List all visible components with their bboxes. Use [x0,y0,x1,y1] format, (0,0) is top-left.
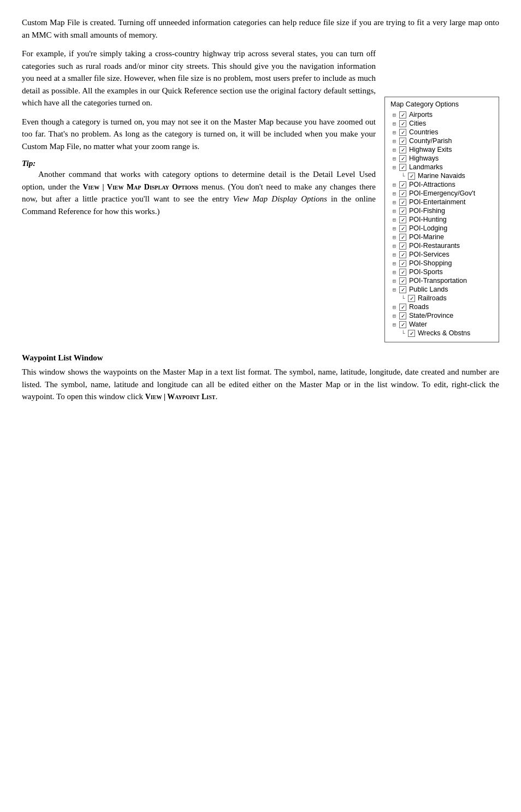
expand-icon: ⊞ [390,191,398,197]
category-checkbox[interactable] [408,173,415,180]
expand-icon: ⊞ [390,208,398,214]
category-checkbox[interactable] [399,216,406,223]
expand-icon: ⊞ [390,287,398,293]
category-checkbox[interactable] [399,260,406,267]
category-label: POI-Sports [409,268,443,276]
category-checkbox[interactable] [399,277,406,285]
category-item: ⊞County/Parish [390,137,493,145]
expand-icon: ⊞ [390,112,398,118]
category-list: ⊞Airports⊞Cities⊞Countries⊞County/Parish… [390,110,493,337]
category-checkbox[interactable] [399,120,406,127]
category-checkbox[interactable] [399,286,406,293]
paragraph-1: Custom Map File is created. Turning off … [22,16,499,41]
category-checkbox[interactable] [399,312,406,319]
category-checkbox[interactable] [399,190,406,197]
waypoint-bold: View | Waypoint List [145,393,216,401]
expand-icon: ⊞ [390,243,398,249]
category-item: ⊞POI-Shopping [390,259,493,268]
category-item: ⊞POI-Services [390,250,493,259]
expand-icon: ⊞ [390,121,398,127]
category-label: POI-Services [409,251,449,258]
category-item: ⊞Airports [390,110,493,119]
category-item: ⊞POI-Emergency/Gov't [390,189,493,198]
map-category-panel: Map Category Options ⊞Airports⊞Cities⊞Co… [384,97,499,342]
waypoint-section: Waypoint List Window This window shows t… [22,349,499,408]
category-item: ⊞POI-Hunting [390,215,493,224]
category-checkbox[interactable] [399,111,406,118]
tree-line-icon: └ [399,173,407,179]
category-item: ⊞Public Lands [390,285,493,294]
category-label: POI-Hunting [409,216,447,223]
tip-bold: View | View Map Display Options [83,183,199,191]
category-label: POI-Restaurants [409,242,460,250]
expand-icon: ⊞ [390,129,398,135]
category-label: County/Parish [409,137,452,145]
expand-icon: ⊞ [390,147,398,153]
expand-icon: ⊞ [390,269,398,275]
category-label: POI-Shopping [409,259,452,267]
category-checkbox[interactable] [399,208,406,215]
category-checkbox[interactable] [399,146,406,153]
category-checkbox[interactable] [399,155,406,162]
category-item: ⊞Water [390,320,493,329]
category-item: ⊞POI-Transportation [390,276,493,285]
expand-icon: ⊞ [390,182,398,188]
category-label: Countries [409,128,439,136]
category-checkbox[interactable] [408,330,415,337]
expand-icon: ⊞ [390,199,398,205]
category-item: ⊞POI-Restaurants [390,241,493,250]
category-checkbox[interactable] [399,164,406,171]
category-label: POI-Lodging [409,224,447,232]
category-item: ⊞POI-Fishing [390,206,493,215]
category-checkbox[interactable] [399,225,406,232]
category-checkbox[interactable] [399,138,406,145]
expand-icon: ⊞ [390,304,398,310]
expand-icon: ⊞ [390,234,398,240]
expand-icon: ⊞ [390,156,398,162]
category-label: Marine Navaids [418,172,465,180]
category-label: Landmarks [409,163,443,171]
expand-icon: ⊞ [390,138,398,144]
category-item: ⊞POI-Marine [390,233,493,241]
category-item: └Railroads [390,294,493,303]
expand-icon: ⊞ [390,226,398,232]
category-checkbox[interactable] [399,181,406,188]
category-checkbox[interactable] [399,242,406,250]
category-checkbox[interactable] [408,295,415,302]
category-label: POI-Fishing [409,207,445,215]
category-label: POI-Attractions [409,181,455,188]
category-item: ⊞Cities [390,119,493,128]
tip-italic: View Map Display Options [233,194,327,203]
expand-icon: ⊞ [390,252,398,258]
waypoint-body: This window shows the waypoints on the M… [22,366,499,403]
category-label: Roads [409,303,429,311]
category-item: ⊞Landmarks [390,163,493,171]
category-checkbox[interactable] [399,251,406,258]
category-label: POI-Entertainment [409,198,466,206]
category-checkbox[interactable] [399,269,406,276]
waypoint-body-text: This window shows the waypoints on the M… [22,368,499,401]
category-checkbox[interactable] [399,234,406,241]
category-checkbox[interactable] [399,129,406,136]
category-item: ⊞Roads [390,303,493,311]
category-item: ⊞POI-Sports [390,268,493,276]
expand-icon: ⊞ [390,164,398,170]
category-label: POI-Transportation [409,277,467,285]
category-label: Airports [409,111,433,118]
category-item: ⊞POI-Attractions [390,180,493,189]
category-label: Public Lands [409,286,448,293]
category-item: ⊞Countries [390,128,493,137]
category-item: ⊞State/Province [390,311,493,320]
category-checkbox[interactable] [399,321,406,328]
category-item: ⊞POI-Lodging [390,224,493,233]
category-checkbox[interactable] [399,199,406,206]
category-label: Highway Exits [409,146,452,153]
category-checkbox[interactable] [399,304,406,311]
waypoint-end: . [215,392,217,401]
category-label: Wrecks & Obstns [418,329,470,337]
category-label: Water [409,321,427,328]
page-content: Custom Map File is created. Turning off … [22,16,499,408]
category-item: └Marine Navaids [390,171,493,180]
expand-icon: ⊞ [390,313,398,319]
category-item: └Wrecks & Obstns [390,329,493,337]
